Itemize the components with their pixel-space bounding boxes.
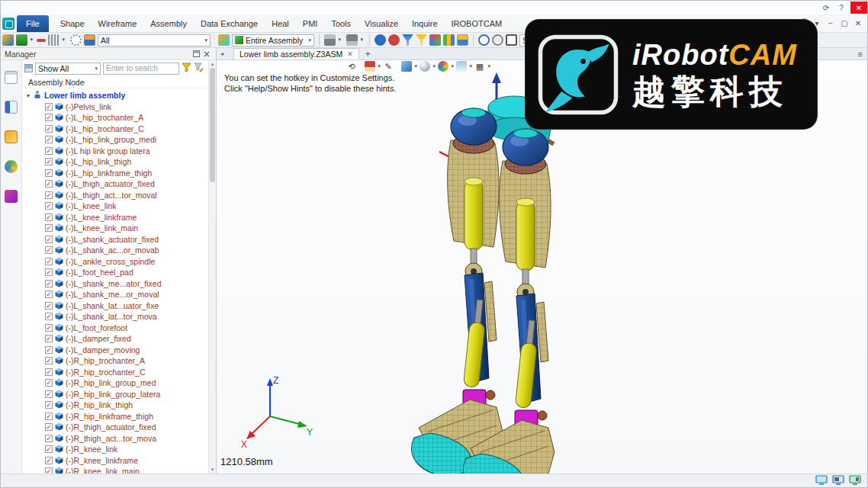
visibility-checkbox[interactable] xyxy=(45,103,53,111)
menu-item[interactable]: Visualize xyxy=(358,14,405,32)
constraints-icon[interactable] xyxy=(5,101,18,114)
tree-row[interactable]: (-)R_knee_linkframe xyxy=(22,455,208,467)
tree-row[interactable]: (-)R_hip_trochanter_A xyxy=(22,355,208,367)
window-close-button[interactable]: ✕ xyxy=(850,2,867,14)
tree-row[interactable]: (-)L_thigh_actuator_fixed xyxy=(22,178,208,190)
tree-row[interactable]: (-)L_hip_link_thigh xyxy=(22,156,208,168)
tree-row[interactable]: (-)L_hip_trochanter_A xyxy=(22,112,208,124)
visibility-checkbox[interactable] xyxy=(45,280,53,287)
assembly-cube-icon[interactable] xyxy=(218,34,230,46)
visibility-checkbox[interactable] xyxy=(45,346,53,354)
visibility-checkbox[interactable] xyxy=(45,313,53,320)
entire-assembly-dropdown[interactable]: Entire Assembly xyxy=(232,34,314,47)
filter-all-dropdown[interactable]: All xyxy=(98,34,211,47)
help-icon[interactable]: ? xyxy=(835,2,847,13)
tree-row[interactable]: (-)R_hip_trochanter_C xyxy=(22,367,208,378)
view-manager-icon[interactable] xyxy=(5,160,18,173)
visibility-checkbox[interactable] xyxy=(45,390,53,398)
file-menu-button[interactable]: File xyxy=(17,15,49,32)
tabbar-menu-icon[interactable]: ≡ xyxy=(858,50,867,59)
menu-item[interactable]: Wireframe xyxy=(92,14,144,32)
visibility-checkbox[interactable] xyxy=(45,191,53,199)
tree-row[interactable]: (-)L_shank_lat...tor_mova xyxy=(22,311,208,323)
visibility-checkbox[interactable] xyxy=(45,224,53,232)
menu-item[interactable]: Inquire xyxy=(405,14,445,32)
tree-row[interactable]: (-)L_shank_me...ator_fixed xyxy=(22,278,208,290)
visibility-checkbox[interactable] xyxy=(45,236,53,243)
filter-blue-icon[interactable] xyxy=(402,34,413,46)
scroll-up-icon[interactable] xyxy=(211,60,214,68)
visibility-checkbox[interactable] xyxy=(45,335,53,342)
palette-grid-icon-1[interactable] xyxy=(429,34,441,46)
paste-icon[interactable] xyxy=(16,34,27,46)
visibility-checkbox[interactable] xyxy=(45,202,53,210)
collapse-panel-icon[interactable] xyxy=(217,50,227,57)
palette-grid-icon-2[interactable] xyxy=(443,34,455,46)
manager-tree-icon[interactable] xyxy=(5,71,18,84)
circle-tool-icon[interactable] xyxy=(70,34,82,46)
minimize-button[interactable]: − xyxy=(825,18,837,30)
tree-row[interactable]: (-)L_knee_link xyxy=(22,201,208,212)
visibility-checkbox[interactable] xyxy=(45,246,53,254)
tree-row[interactable]: (-)R_knee_link_main xyxy=(22,466,208,474)
visibility-checkbox[interactable] xyxy=(45,401,53,409)
tree-row[interactable]: (-)R_hip_link_thigh xyxy=(22,400,208,411)
maximize-button[interactable]: ▢ xyxy=(838,18,850,30)
visibility-checkbox[interactable] xyxy=(45,147,53,155)
history-icon[interactable] xyxy=(492,34,503,46)
filter-yellow-icon[interactable] xyxy=(416,34,427,46)
tree-row[interactable]: (-)R_thigh_actuator_fixed xyxy=(22,422,208,433)
tab-close-icon[interactable]: ✕ xyxy=(347,50,353,58)
visibility-checkbox[interactable] xyxy=(45,291,53,298)
visual-manager-icon[interactable] xyxy=(5,130,18,143)
select-pointer-icon[interactable] xyxy=(2,34,14,46)
info-blue-icon[interactable] xyxy=(375,34,386,46)
visibility-checkbox[interactable] xyxy=(45,445,53,453)
tree-row[interactable]: (-)L_damper_moving xyxy=(22,345,208,356)
menu-item[interactable]: Data Exchange xyxy=(194,14,265,32)
layers-top-icon[interactable] xyxy=(324,34,336,46)
scrollbar-thumb[interactable] xyxy=(210,68,215,182)
tree-scrollbar[interactable] xyxy=(208,60,216,474)
tree-row[interactable]: (-)L_foot_forefoot xyxy=(22,323,208,334)
menu-item[interactable]: Shape xyxy=(53,14,92,32)
menu-item[interactable]: IROBOTCAM xyxy=(445,14,510,32)
tree-row[interactable]: (-)L_foot_heel_pad xyxy=(22,267,208,278)
visibility-checkbox[interactable] xyxy=(45,169,53,177)
table-icon[interactable] xyxy=(84,34,95,46)
panel-monitor-icon[interactable] xyxy=(849,474,861,488)
tree-row[interactable]: (-)R_hip_link_group_latera xyxy=(22,389,208,400)
tree-row[interactable]: (-)L_ankle_cross_spindle xyxy=(22,256,208,268)
tree-root-row[interactable]: Lower limb assembly xyxy=(22,90,208,101)
tree-row[interactable]: (-)R_hip_link_group_med xyxy=(22,377,208,389)
tree-row[interactable]: (-)L_hip_linkframe_thigh xyxy=(22,168,208,179)
tree-row[interactable]: (-)L_shank_ac...or_movab xyxy=(22,245,208,256)
visibility-checkbox[interactable] xyxy=(45,435,53,442)
remove-icon[interactable] xyxy=(37,39,46,42)
visibility-checkbox[interactable] xyxy=(45,125,53,133)
menu-item[interactable]: PMI xyxy=(296,14,325,32)
visibility-checkbox[interactable] xyxy=(45,158,53,165)
scroll-down-icon[interactable] xyxy=(211,466,214,474)
tree-row[interactable]: (-)L_hip_trochanter_C xyxy=(22,124,208,135)
dock-icon[interactable] xyxy=(191,50,201,59)
visibility-checkbox[interactable] xyxy=(45,136,53,143)
menu-item[interactable]: Assembly xyxy=(143,14,194,32)
tree-row[interactable]: (-)L_knee_linkframe xyxy=(22,212,208,223)
clock-icon[interactable] xyxy=(478,34,490,46)
tree-row[interactable]: (-)R_thigh_act...tor_mova xyxy=(22,433,208,445)
layout-monitor-icon[interactable] xyxy=(832,474,844,488)
checkbox-tool-icon[interactable] xyxy=(506,34,517,46)
tree-row[interactable]: (-)L_damper_fixed xyxy=(22,333,208,345)
visibility-checkbox[interactable] xyxy=(45,457,53,464)
display-monitor-icon[interactable] xyxy=(815,474,828,488)
tree-row[interactable]: (-)L_knee_link_main xyxy=(22,223,208,234)
tree-row[interactable]: (-)R_knee_link xyxy=(22,444,208,455)
menu-item[interactable]: Tools xyxy=(324,14,358,32)
close-button[interactable]: ✕ xyxy=(852,18,864,30)
info-red-icon[interactable] xyxy=(388,34,400,46)
visibility-checkbox[interactable] xyxy=(45,357,53,364)
visibility-checkbox[interactable] xyxy=(45,302,53,310)
visibility-checkbox[interactable] xyxy=(45,413,53,420)
layers-bottom-icon[interactable] xyxy=(346,34,358,46)
